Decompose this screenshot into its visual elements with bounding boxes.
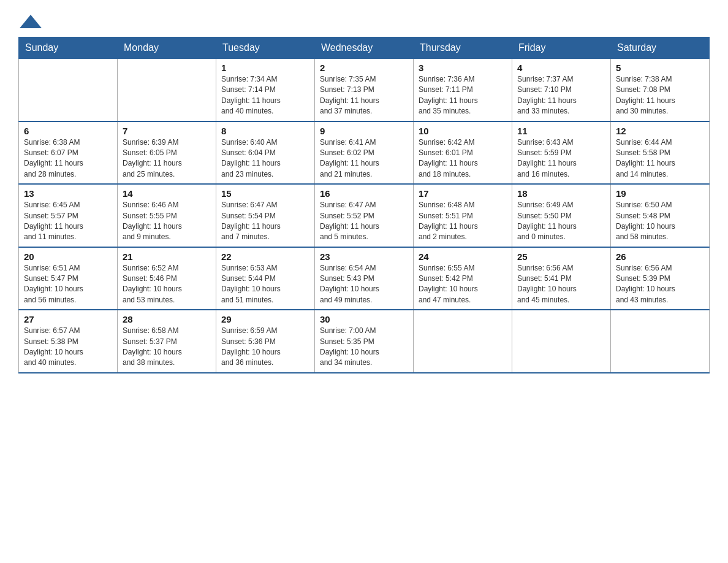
day-info: Sunrise: 6:39 AM Sunset: 6:05 PM Dayligh… — [123, 137, 211, 180]
day-info: Sunrise: 6:53 AM Sunset: 5:44 PM Dayligh… — [221, 263, 309, 306]
day-number: 3 — [419, 63, 507, 73]
calendar-cell — [19, 59, 118, 121]
calendar-cell: 24Sunrise: 6:55 AM Sunset: 5:42 PM Dayli… — [414, 247, 512, 310]
day-info: Sunrise: 6:44 AM Sunset: 5:58 PM Dayligh… — [616, 137, 704, 180]
calendar-cell: 4Sunrise: 7:37 AM Sunset: 7:10 PM Daylig… — [512, 59, 611, 121]
header-thursday: Thursday — [414, 37, 512, 59]
calendar-cell: 20Sunrise: 6:51 AM Sunset: 5:47 PM Dayli… — [19, 247, 118, 310]
day-number: 2 — [320, 63, 408, 73]
day-info: Sunrise: 7:36 AM Sunset: 7:11 PM Dayligh… — [419, 74, 507, 117]
day-number: 1 — [221, 63, 309, 73]
day-info: Sunrise: 7:38 AM Sunset: 7:08 PM Dayligh… — [616, 74, 704, 117]
calendar-header: SundayMondayTuesdayWednesdayThursdayFrid… — [19, 37, 710, 59]
calendar-cell — [512, 310, 611, 373]
calendar-cell: 1Sunrise: 7:34 AM Sunset: 7:14 PM Daylig… — [216, 59, 315, 121]
calendar-cell: 14Sunrise: 6:46 AM Sunset: 5:55 PM Dayli… — [118, 184, 216, 247]
day-number: 25 — [517, 251, 605, 262]
calendar-cell: 6Sunrise: 6:38 AM Sunset: 6:07 PM Daylig… — [19, 121, 118, 185]
day-number: 28 — [123, 314, 211, 324]
day-number: 4 — [517, 63, 605, 73]
calendar-cell: 2Sunrise: 7:35 AM Sunset: 7:13 PM Daylig… — [315, 59, 414, 121]
day-number: 21 — [123, 251, 211, 262]
day-info: Sunrise: 6:40 AM Sunset: 6:04 PM Dayligh… — [221, 137, 309, 180]
day-number: 12 — [616, 126, 704, 136]
header-monday: Monday — [118, 37, 216, 59]
day-number: 26 — [616, 251, 704, 262]
day-number: 6 — [24, 126, 112, 136]
calendar-cell: 18Sunrise: 6:49 AM Sunset: 5:50 PM Dayli… — [512, 184, 611, 247]
day-info: Sunrise: 6:59 AM Sunset: 5:36 PM Dayligh… — [221, 326, 309, 369]
calendar-week-row: 20Sunrise: 6:51 AM Sunset: 5:47 PM Dayli… — [19, 247, 710, 310]
day-number: 20 — [24, 251, 112, 262]
day-info: Sunrise: 7:00 AM Sunset: 5:35 PM Dayligh… — [320, 326, 408, 369]
day-number: 18 — [517, 188, 605, 199]
day-info: Sunrise: 6:48 AM Sunset: 5:51 PM Dayligh… — [419, 200, 507, 243]
day-info: Sunrise: 6:49 AM Sunset: 5:50 PM Dayligh… — [517, 200, 605, 243]
calendar-cell: 8Sunrise: 6:40 AM Sunset: 6:04 PM Daylig… — [216, 121, 315, 185]
calendar-cell: 7Sunrise: 6:39 AM Sunset: 6:05 PM Daylig… — [118, 121, 216, 185]
day-info: Sunrise: 6:50 AM Sunset: 5:48 PM Dayligh… — [616, 200, 704, 243]
day-number: 14 — [123, 188, 211, 199]
calendar-cell: 29Sunrise: 6:59 AM Sunset: 5:36 PM Dayli… — [216, 310, 315, 373]
day-number: 23 — [320, 251, 408, 262]
calendar-week-row: 13Sunrise: 6:45 AM Sunset: 5:57 PM Dayli… — [19, 184, 710, 247]
calendar-table: SundayMondayTuesdayWednesdayThursdayFrid… — [18, 37, 710, 373]
day-info: Sunrise: 7:34 AM Sunset: 7:14 PM Dayligh… — [221, 74, 309, 117]
day-info: Sunrise: 6:51 AM Sunset: 5:47 PM Dayligh… — [24, 263, 112, 306]
day-info: Sunrise: 6:47 AM Sunset: 5:54 PM Dayligh… — [221, 200, 309, 243]
calendar-cell: 15Sunrise: 6:47 AM Sunset: 5:54 PM Dayli… — [216, 184, 315, 247]
header-tuesday: Tuesday — [216, 37, 315, 59]
day-number: 22 — [221, 251, 309, 262]
calendar-cell: 3Sunrise: 7:36 AM Sunset: 7:11 PM Daylig… — [414, 59, 512, 121]
day-info: Sunrise: 6:52 AM Sunset: 5:46 PM Dayligh… — [123, 263, 211, 306]
calendar-cell: 28Sunrise: 6:58 AM Sunset: 5:37 PM Dayli… — [118, 310, 216, 373]
day-number: 11 — [517, 126, 605, 136]
day-info: Sunrise: 6:56 AM Sunset: 5:41 PM Dayligh… — [517, 263, 605, 306]
calendar-cell: 11Sunrise: 6:43 AM Sunset: 5:59 PM Dayli… — [512, 121, 611, 185]
calendar-cell — [611, 310, 710, 373]
calendar-week-row: 27Sunrise: 6:57 AM Sunset: 5:38 PM Dayli… — [19, 310, 710, 373]
calendar-cell: 21Sunrise: 6:52 AM Sunset: 5:46 PM Dayli… — [118, 247, 216, 310]
calendar-cell: 19Sunrise: 6:50 AM Sunset: 5:48 PM Dayli… — [611, 184, 710, 247]
calendar-cell: 23Sunrise: 6:54 AM Sunset: 5:43 PM Dayli… — [315, 247, 414, 310]
day-info: Sunrise: 6:57 AM Sunset: 5:38 PM Dayligh… — [24, 326, 112, 369]
day-number: 30 — [320, 314, 408, 324]
day-number: 27 — [24, 314, 112, 324]
day-info: Sunrise: 6:47 AM Sunset: 5:52 PM Dayligh… — [320, 200, 408, 243]
day-info: Sunrise: 7:37 AM Sunset: 7:10 PM Dayligh… — [517, 74, 605, 117]
day-number: 19 — [616, 188, 704, 199]
day-info: Sunrise: 6:58 AM Sunset: 5:37 PM Dayligh… — [123, 326, 211, 369]
calendar-cell: 22Sunrise: 6:53 AM Sunset: 5:44 PM Dayli… — [216, 247, 315, 310]
svg-marker-0 — [20, 15, 42, 28]
page-header — [18, 12, 710, 27]
calendar-cell: 17Sunrise: 6:48 AM Sunset: 5:51 PM Dayli… — [414, 184, 512, 247]
day-number: 15 — [221, 188, 309, 199]
calendar-cell — [414, 310, 512, 373]
calendar-cell: 13Sunrise: 6:45 AM Sunset: 5:57 PM Dayli… — [19, 184, 118, 247]
day-info: Sunrise: 6:46 AM Sunset: 5:55 PM Dayligh… — [123, 200, 211, 243]
header-wednesday: Wednesday — [315, 37, 414, 59]
day-number: 9 — [320, 126, 408, 136]
logo — [18, 12, 42, 27]
calendar-cell: 26Sunrise: 6:56 AM Sunset: 5:39 PM Dayli… — [611, 247, 710, 310]
calendar-cell: 12Sunrise: 6:44 AM Sunset: 5:58 PM Dayli… — [611, 121, 710, 185]
day-info: Sunrise: 6:56 AM Sunset: 5:39 PM Dayligh… — [616, 263, 704, 306]
calendar-cell: 27Sunrise: 6:57 AM Sunset: 5:38 PM Dayli… — [19, 310, 118, 373]
day-number: 8 — [221, 126, 309, 136]
day-number: 29 — [221, 314, 309, 324]
calendar-body: 1Sunrise: 7:34 AM Sunset: 7:14 PM Daylig… — [19, 59, 710, 373]
day-info: Sunrise: 6:41 AM Sunset: 6:02 PM Dayligh… — [320, 137, 408, 180]
calendar-week-row: 1Sunrise: 7:34 AM Sunset: 7:14 PM Daylig… — [19, 59, 710, 121]
calendar-cell: 25Sunrise: 6:56 AM Sunset: 5:41 PM Dayli… — [512, 247, 611, 310]
day-number: 16 — [320, 188, 408, 199]
calendar-cell: 5Sunrise: 7:38 AM Sunset: 7:08 PM Daylig… — [611, 59, 710, 121]
day-info: Sunrise: 6:38 AM Sunset: 6:07 PM Dayligh… — [24, 137, 112, 180]
calendar-cell: 30Sunrise: 7:00 AM Sunset: 5:35 PM Dayli… — [315, 310, 414, 373]
day-info: Sunrise: 7:35 AM Sunset: 7:13 PM Dayligh… — [320, 74, 408, 117]
calendar-week-row: 6Sunrise: 6:38 AM Sunset: 6:07 PM Daylig… — [19, 121, 710, 185]
day-info: Sunrise: 6:54 AM Sunset: 5:43 PM Dayligh… — [320, 263, 408, 306]
calendar-cell: 9Sunrise: 6:41 AM Sunset: 6:02 PM Daylig… — [315, 121, 414, 185]
day-number: 13 — [24, 188, 112, 199]
header-friday: Friday — [512, 37, 611, 59]
day-number: 10 — [419, 126, 507, 136]
